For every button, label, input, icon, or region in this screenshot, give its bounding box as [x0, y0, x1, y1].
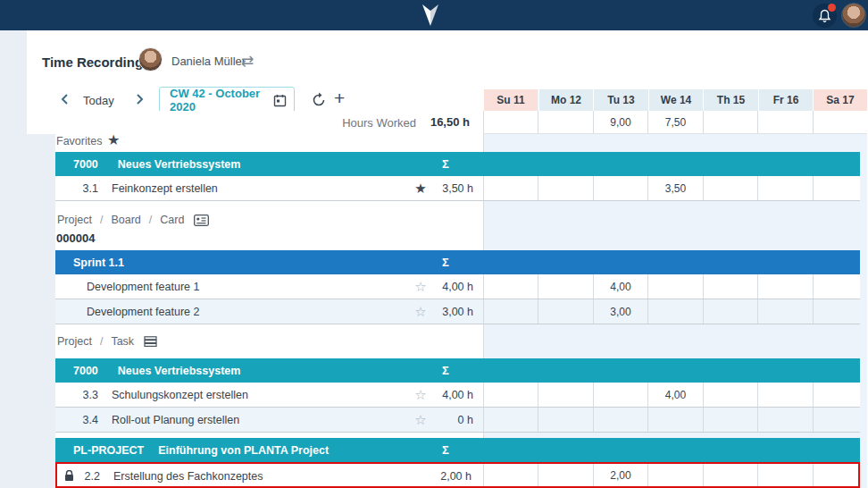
period-value: CW 42 - October 2020: [160, 87, 273, 114]
page-gutter: [0, 30, 27, 125]
time-entry-cell[interactable]: [813, 464, 860, 486]
time-entry-cell[interactable]: [483, 176, 538, 200]
time-entry-cell[interactable]: [538, 299, 593, 324]
favorite-toggle-icon[interactable]: ☆: [412, 304, 430, 320]
refresh-icon[interactable]: [311, 92, 327, 108]
project-code: 7000: [73, 158, 98, 171]
time-entry-cell[interactable]: [647, 299, 703, 324]
time-entry-cell[interactable]: [813, 383, 860, 407]
time-entry-cell[interactable]: [483, 299, 538, 324]
task-number: 2.2: [79, 470, 100, 483]
time-entry-cell[interactable]: [757, 383, 813, 407]
breadcrumb-board: Project / Board / Card: [57, 214, 209, 226]
today-button[interactable]: Today: [83, 94, 114, 107]
time-entry-cell[interactable]: [813, 274, 860, 299]
time-entry-cell[interactable]: [703, 464, 757, 486]
time-entry-cell[interactable]: [703, 408, 757, 432]
time-entry-cell[interactable]: 3,00: [593, 299, 647, 324]
time-entry-cell[interactable]: [538, 383, 593, 407]
breadcrumb-item: Task: [111, 335, 134, 348]
time-entry-cell[interactable]: [483, 408, 538, 432]
previous-week-button[interactable]: [59, 93, 71, 105]
time-entry-cell[interactable]: [703, 299, 757, 324]
task-total-hours: 4,00 h: [442, 281, 473, 293]
time-entry-cell[interactable]: [593, 383, 647, 407]
top-app-bar: [0, 0, 868, 30]
breadcrumb-item: Board: [111, 214, 140, 226]
period-selector[interactable]: CW 42 - October 2020: [159, 87, 295, 114]
task-row[interactable]: 3.3 Schulungskonzept erstellen ☆ 4,00 h …: [55, 383, 860, 408]
add-entry-button[interactable]: +: [334, 88, 345, 108]
time-entry-cell[interactable]: [593, 408, 647, 432]
time-entry-cell[interactable]: [813, 408, 860, 432]
breadcrumb-separator: /: [100, 335, 103, 348]
project-group-header[interactable]: PL-PROJECT Einführung von PLANTA Project…: [55, 438, 860, 462]
sprint-group-header[interactable]: Sprint 1.1 Σ: [55, 250, 860, 274]
time-entry-cell[interactable]: 4,00: [593, 274, 647, 299]
time-entry-cell[interactable]: [593, 176, 647, 200]
task-total-hours: 3,00 h: [442, 306, 473, 318]
favorite-toggle-icon[interactable]: ☆: [412, 412, 430, 428]
time-entry-cell[interactable]: [483, 464, 538, 486]
project-task-table: 7000 Neues Vertriebssystem Σ 3.3 Schulun…: [55, 358, 860, 433]
hours-cell: [813, 111, 867, 133]
project-group-header[interactable]: 7000 Neues Vertriebssystem Σ: [55, 358, 860, 383]
time-recording-page: Time Recording Daniela Müller ⇄ Today CW…: [0, 0, 868, 488]
card-icon: [194, 215, 209, 226]
time-entry-cell[interactable]: 4,00: [647, 383, 703, 407]
time-entry-cell[interactable]: [813, 176, 860, 200]
time-entry-cell[interactable]: [757, 176, 813, 200]
task-label: Erstellung des Fachkonzeptes: [113, 470, 263, 483]
time-entry-cell[interactable]: [757, 464, 813, 486]
sprint-title: Sprint 1.1: [73, 257, 124, 269]
time-entry-cell[interactable]: 3,50: [647, 176, 703, 200]
page-gutter: [0, 125, 55, 488]
task-row[interactable]: Development feature 2 ☆ 3,00 h 3,00: [55, 299, 860, 324]
time-entry-cell[interactable]: [647, 408, 703, 432]
sigma-sum-label: Σ: [442, 256, 449, 269]
user-avatar[interactable]: [841, 3, 866, 28]
task-day-cells: 3,50: [483, 176, 860, 200]
time-entry-cell[interactable]: [647, 464, 703, 486]
project-code: PL-PROJECT: [73, 444, 144, 457]
page-title: Time Recording: [42, 55, 143, 70]
project-group-header[interactable]: 7000 Neues Vertriebssystem Σ: [55, 152, 860, 176]
pl-project-table: PL-PROJECT Einführung von PLANTA Project…: [55, 438, 860, 488]
task-day-cells: 3,00: [483, 299, 860, 324]
time-entry-cell[interactable]: [757, 408, 813, 432]
task-row[interactable]: Development feature 1 ☆ 4,00 h 4,00: [55, 274, 860, 299]
time-entry-cell[interactable]: [703, 274, 757, 299]
day-header-tu: Tu 13: [593, 89, 648, 111]
task-row-highlighted[interactable]: 2.2 Erstellung des Fachkonzeptes 2,00 h …: [55, 462, 860, 488]
task-row[interactable]: 3.4 Roll-out Planung erstellen ☆ 0 h: [55, 408, 860, 433]
time-entry-cell[interactable]: [703, 176, 757, 200]
favorite-toggle-icon[interactable]: ★: [412, 181, 430, 197]
notifications-button[interactable]: [813, 4, 837, 28]
time-entry-cell[interactable]: [703, 383, 757, 407]
project-title: Neues Vertriebssystem: [118, 365, 241, 377]
favorite-toggle-icon[interactable]: ☆: [412, 279, 430, 295]
project-code: 7000: [73, 365, 98, 377]
time-entry-cell[interactable]: [813, 299, 860, 324]
time-entry-cell[interactable]: [538, 408, 593, 432]
time-entry-cell[interactable]: [757, 299, 813, 324]
task-number: 3.1: [77, 182, 98, 195]
task-label: Development feature 2: [87, 306, 199, 318]
favorite-toggle-icon[interactable]: ☆: [412, 387, 430, 403]
task-total-hours: 4,00 h: [442, 389, 473, 401]
task-row[interactable]: 3.1 Feinkonzept erstellen ★ 3,50 h 3,50: [55, 176, 860, 201]
time-entry-cell[interactable]: [538, 274, 593, 299]
time-entry-cell[interactable]: [538, 176, 593, 200]
time-entry-cell[interactable]: [757, 274, 813, 299]
day-header-row: Su 11 Mo 12 Tu 13 We 14 Th 15 Fr 16 Sa 1…: [483, 89, 867, 111]
time-entry-cell[interactable]: [538, 464, 593, 486]
time-entry-cell[interactable]: [483, 274, 538, 299]
day-header-fr: Fr 16: [758, 89, 813, 111]
next-week-button[interactable]: [133, 93, 146, 105]
task-label: Feinkonzept erstellen: [112, 182, 218, 195]
task-label: Development feature 1: [87, 281, 199, 293]
time-entry-cell[interactable]: 2,00: [593, 464, 647, 486]
switch-user-icon[interactable]: ⇄: [241, 52, 254, 71]
time-entry-cell[interactable]: [483, 383, 538, 407]
time-entry-cell[interactable]: [647, 274, 703, 299]
